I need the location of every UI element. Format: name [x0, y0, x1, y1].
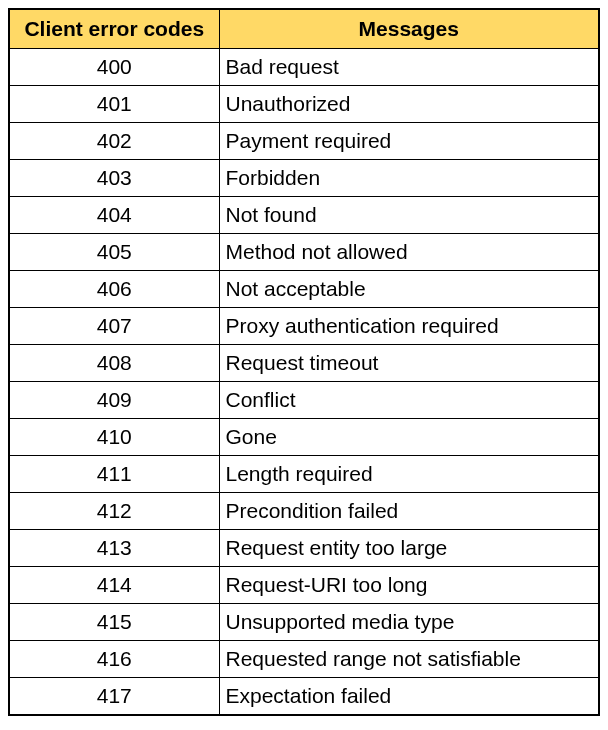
- error-code-cell: 416: [9, 641, 219, 678]
- error-message-cell: Conflict: [219, 382, 599, 419]
- table-row: 403Forbidden: [9, 160, 599, 197]
- table-row: 408Request timeout: [9, 345, 599, 382]
- error-message-cell: Not acceptable: [219, 271, 599, 308]
- error-message-cell: Bad request: [219, 49, 599, 86]
- error-code-cell: 404: [9, 197, 219, 234]
- table-row: 404Not found: [9, 197, 599, 234]
- table-row: 416Requested range not satisfiable: [9, 641, 599, 678]
- error-message-cell: Request entity too large: [219, 530, 599, 567]
- table-row: 402Payment required: [9, 123, 599, 160]
- table-row: 412Precondition failed: [9, 493, 599, 530]
- table-row: 417Expectation failed: [9, 678, 599, 716]
- table-header-row: Client error codes Messages: [9, 9, 599, 49]
- table-row: 406Not acceptable: [9, 271, 599, 308]
- error-message-cell: Proxy authentication required: [219, 308, 599, 345]
- table-row: 411Length required: [9, 456, 599, 493]
- error-message-cell: Requested range not satisfiable: [219, 641, 599, 678]
- table-row: 410Gone: [9, 419, 599, 456]
- error-code-cell: 413: [9, 530, 219, 567]
- error-code-cell: 405: [9, 234, 219, 271]
- error-code-cell: 415: [9, 604, 219, 641]
- error-code-cell: 414: [9, 567, 219, 604]
- error-message-cell: Forbidden: [219, 160, 599, 197]
- error-codes-table: Client error codes Messages 400Bad reque…: [8, 8, 600, 716]
- error-code-cell: 400: [9, 49, 219, 86]
- error-message-cell: Unsupported media type: [219, 604, 599, 641]
- error-message-cell: Method not allowed: [219, 234, 599, 271]
- error-message-cell: Request-URI too long: [219, 567, 599, 604]
- error-message-cell: Precondition failed: [219, 493, 599, 530]
- error-message-cell: Request timeout: [219, 345, 599, 382]
- table-row: 401Unauthorized: [9, 86, 599, 123]
- header-messages: Messages: [219, 9, 599, 49]
- error-message-cell: Expectation failed: [219, 678, 599, 716]
- error-code-cell: 402: [9, 123, 219, 160]
- table-row: 415Unsupported media type: [9, 604, 599, 641]
- table-row: 414Request-URI too long: [9, 567, 599, 604]
- table-row: 413Request entity too large: [9, 530, 599, 567]
- table-row: 400Bad request: [9, 49, 599, 86]
- error-code-cell: 409: [9, 382, 219, 419]
- table-row: 405Method not allowed: [9, 234, 599, 271]
- error-code-cell: 410: [9, 419, 219, 456]
- error-message-cell: Gone: [219, 419, 599, 456]
- error-message-cell: Unauthorized: [219, 86, 599, 123]
- error-message-cell: Payment required: [219, 123, 599, 160]
- table-row: 409Conflict: [9, 382, 599, 419]
- error-code-cell: 411: [9, 456, 219, 493]
- error-code-cell: 403: [9, 160, 219, 197]
- error-code-cell: 401: [9, 86, 219, 123]
- error-code-cell: 408: [9, 345, 219, 382]
- error-code-cell: 417: [9, 678, 219, 716]
- error-code-cell: 406: [9, 271, 219, 308]
- header-error-codes: Client error codes: [9, 9, 219, 49]
- error-message-cell: Length required: [219, 456, 599, 493]
- error-codes-table-container: Client error codes Messages 400Bad reque…: [8, 8, 600, 716]
- error-code-cell: 412: [9, 493, 219, 530]
- table-row: 407Proxy authentication required: [9, 308, 599, 345]
- error-code-cell: 407: [9, 308, 219, 345]
- error-message-cell: Not found: [219, 197, 599, 234]
